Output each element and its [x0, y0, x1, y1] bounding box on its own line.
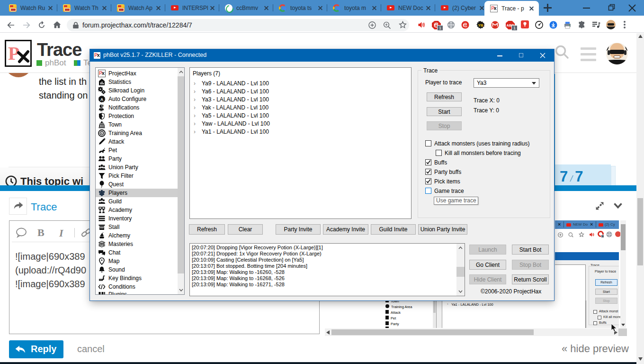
- svg-text:YB: YB: [478, 23, 483, 27]
- svg-text:A: A: [100, 97, 103, 102]
